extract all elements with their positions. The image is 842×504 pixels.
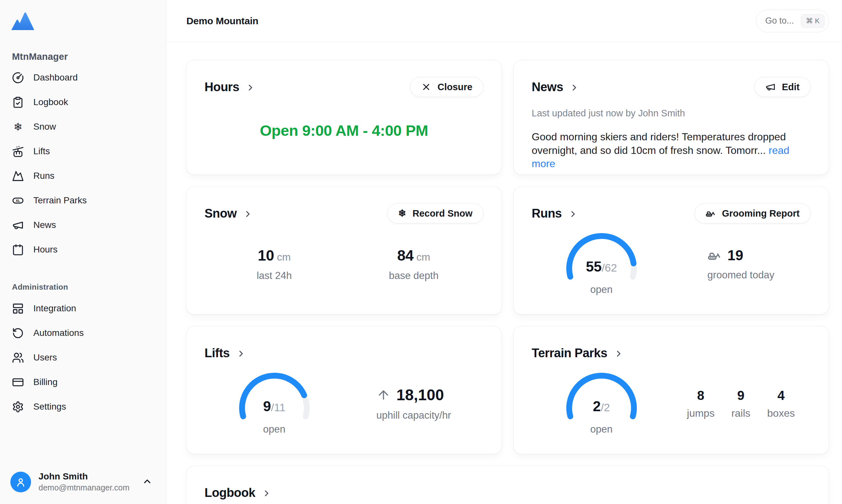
sidebar-item-label: Billing <box>33 377 57 387</box>
groomed-today-stat: 19 groomed today <box>707 247 774 281</box>
chevron-right-icon <box>262 487 272 498</box>
megaphone-icon <box>765 82 776 92</box>
snowflake-icon: ❄ <box>12 122 24 132</box>
snow-card-title-link[interactable]: Snow <box>205 206 253 220</box>
snowcat-icon <box>705 208 716 218</box>
hours-card-title-link[interactable]: Hours <box>205 80 255 94</box>
sidebar: MtnManager Dashboard Logbook ❄ Snow Lift… <box>0 0 166 504</box>
admin-nav: Integration Automations Users Billing Se… <box>0 296 166 419</box>
logbook-card-title-link[interactable]: Logbook <box>205 486 272 500</box>
sidebar-item-logbook[interactable]: Logbook <box>0 90 166 114</box>
sidebar-item-label: Dashboard <box>33 72 78 83</box>
card-title: Snow <box>205 206 237 220</box>
user-menu[interactable]: John Smith demo@mtnmanager.com <box>0 471 166 492</box>
boxes-stat: 4 boxes <box>767 388 795 419</box>
news-card-title-link[interactable]: News <box>532 80 579 94</box>
sidebar-item-settings[interactable]: Settings <box>0 394 166 419</box>
runs-card-header: Runs Grooming Report <box>532 203 811 223</box>
chevron-up-icon <box>142 476 152 488</box>
stat-unit: cm <box>416 251 430 263</box>
grooming-report-button[interactable]: Grooming Report <box>694 203 811 223</box>
edit-news-button[interactable]: Edit <box>754 77 811 97</box>
record-snow-label: Record Snow <box>413 208 472 219</box>
gauge-value: 2/2 <box>566 398 637 414</box>
sidebar-item-label: Runs <box>33 171 54 181</box>
card-title: Logbook <box>205 486 255 500</box>
news-card: News Edit Last updated just now by John … <box>513 60 829 175</box>
total-count: 2 <box>604 401 610 413</box>
lifts-body: 9/11 open 18,100 uphill capacity/hr <box>205 363 483 454</box>
cable-car-icon <box>12 145 24 158</box>
snow-card-header: Snow ❄ Record Snow <box>205 203 483 223</box>
news-card-header: News Edit <box>532 77 811 97</box>
gauge-value: 9/11 <box>239 398 310 414</box>
user-name: John Smith <box>38 471 130 482</box>
user-info: John Smith demo@mtnmanager.com <box>38 471 130 492</box>
sidebar-item-dashboard[interactable]: Dashboard <box>0 65 166 90</box>
sidebar-item-hours[interactable]: Hours <box>0 237 166 262</box>
sidebar-item-lifts[interactable]: Lifts <box>0 139 166 164</box>
logbook-card: Logbook <box>186 466 829 504</box>
gauge-label: open <box>590 284 613 295</box>
sidebar-item-integration[interactable]: Integration <box>0 296 166 321</box>
card-title: News <box>532 80 563 94</box>
main-area: Demo Mountain Go to... ⌘ K Hours Closure <box>166 0 842 504</box>
sidebar-item-news[interactable]: News <box>0 213 166 237</box>
uphill-capacity-stat: 18,100 uphill capacity/hr <box>376 386 451 421</box>
card-title: Runs <box>532 206 562 220</box>
mountain-logo-icon <box>11 11 34 30</box>
rails-stat: 9 rails <box>731 388 751 419</box>
sidebar-item-automations[interactable]: Automations <box>0 321 166 345</box>
runs-open-gauge: 55/62 <box>566 233 637 282</box>
snow-base-depth-stat: 84cm base depth <box>389 247 439 282</box>
stat-label: last 24h <box>257 270 292 282</box>
panels-icon <box>12 303 24 314</box>
edit-button-label: Edit <box>782 82 800 92</box>
closure-button[interactable]: Closure <box>410 77 483 97</box>
stat-label: groomed today <box>707 269 774 281</box>
runs-card-title-link[interactable]: Runs <box>532 206 578 220</box>
lifts-open-gauge: 9/11 <box>239 373 310 421</box>
sidebar-item-snow[interactable]: ❄ Snow <box>0 114 166 139</box>
closure-button-label: Closure <box>437 82 472 92</box>
chevron-right-icon <box>246 82 255 92</box>
arrow-up-icon <box>376 388 391 402</box>
terrain-parks-card-title-link[interactable]: Terrain Parks <box>532 346 623 360</box>
topbar: Demo Mountain Go to... ⌘ K <box>166 0 842 42</box>
sidebar-item-billing[interactable]: Billing <box>0 370 166 394</box>
sidebar-item-label: Hours <box>33 245 57 255</box>
sidebar-item-label: News <box>33 220 56 230</box>
snow-last24h-stat: 10cm last 24h <box>257 247 292 282</box>
sidebar-item-label: Users <box>33 353 57 363</box>
sidebar-item-terrain-parks[interactable]: XL Terrain Parks <box>0 188 166 213</box>
sidebar-item-label: Integration <box>33 303 76 313</box>
stat-value: 19 <box>727 247 743 264</box>
sidebar-item-label: Terrain Parks <box>33 195 87 205</box>
goto-label: Go to... <box>765 16 794 26</box>
sidebar-item-runs[interactable]: Runs <box>0 164 166 188</box>
stat-value: 84 <box>397 247 414 264</box>
stat-label: boxes <box>767 407 795 419</box>
parks-open-gauge: 2/2 <box>566 373 637 421</box>
lifts-card: Lifts 9/11 <box>186 326 502 454</box>
total-count: 11 <box>274 401 286 413</box>
sidebar-item-label: Logbook <box>33 97 68 107</box>
stat-value: 8 <box>687 388 715 403</box>
goto-button[interactable]: Go to... ⌘ K <box>756 10 829 32</box>
circle-gauge-icon <box>12 72 24 84</box>
sidebar-item-label: Snow <box>33 122 56 132</box>
primary-nav: Dashboard Logbook ❄ Snow Lifts Runs XL T… <box>0 65 166 262</box>
chevron-right-icon <box>569 82 579 92</box>
stat-unit: cm <box>277 251 291 263</box>
terrain-parks-card-header: Terrain Parks <box>532 343 811 363</box>
avatar <box>10 472 31 492</box>
card-title: Hours <box>205 80 239 94</box>
stat-value: 9 <box>731 388 751 403</box>
record-snow-button[interactable]: ❄ Record Snow <box>387 203 483 223</box>
stat-label: uphill capacity/hr <box>376 410 451 421</box>
news-body: Good morning skiers and riders! Temperat… <box>532 130 811 171</box>
lifts-card-title-link[interactable]: Lifts <box>205 346 246 360</box>
sidebar-item-users[interactable]: Users <box>0 345 166 370</box>
chevron-right-icon <box>236 347 246 359</box>
card-title: Lifts <box>205 346 230 360</box>
